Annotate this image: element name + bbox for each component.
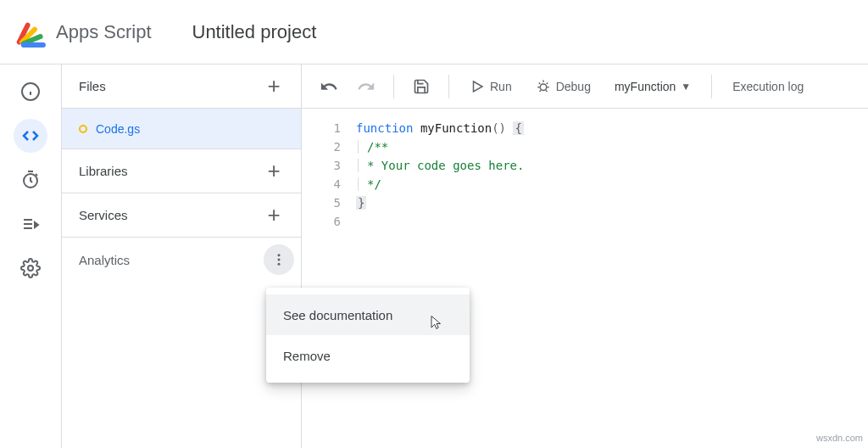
toolbar: Run Debug myFunction ▼ Execution log bbox=[302, 64, 868, 109]
services-label: Services bbox=[79, 208, 128, 222]
more-options-button[interactable] bbox=[264, 244, 294, 275]
debug-button[interactable]: Debug bbox=[527, 71, 599, 102]
execution-log-button[interactable]: Execution log bbox=[724, 71, 812, 102]
body: Files + Code.gs Libraries + Services + A… bbox=[0, 64, 868, 448]
svg-marker-7 bbox=[35, 222, 38, 227]
code-line bbox=[356, 212, 868, 231]
save-button[interactable] bbox=[406, 71, 437, 102]
undo-button[interactable] bbox=[314, 71, 344, 102]
code-lines: function myFunction() { /** * Your code … bbox=[356, 119, 868, 448]
settings-icon[interactable] bbox=[14, 251, 47, 285]
play-icon bbox=[470, 79, 485, 94]
editor-area: Run Debug myFunction ▼ Execution log 1 2… bbox=[302, 64, 868, 448]
function-selector[interactable]: myFunction ▼ bbox=[606, 80, 699, 93]
line-num: 1 bbox=[302, 119, 341, 137]
apps-script-logo bbox=[14, 15, 47, 49]
see-documentation-item[interactable]: See documentation bbox=[266, 294, 470, 335]
debug-icon bbox=[536, 79, 551, 94]
run-label: Run bbox=[490, 80, 512, 93]
file-name: Code.gs bbox=[96, 122, 140, 136]
code-line: */ bbox=[356, 175, 868, 193]
cursor-icon bbox=[429, 315, 444, 330]
header: Apps Script Untitled project bbox=[0, 0, 868, 64]
context-menu: See documentation Remove bbox=[266, 288, 470, 383]
sidebar: Files + Code.gs Libraries + Services + A… bbox=[61, 64, 302, 448]
line-num: 3 bbox=[302, 156, 341, 175]
dropdown-caret-icon: ▼ bbox=[681, 81, 691, 92]
code-line: /** bbox=[356, 137, 868, 156]
line-num: 5 bbox=[302, 193, 341, 212]
line-num: 6 bbox=[302, 212, 341, 231]
service-name: Analytics bbox=[79, 253, 130, 267]
code-line: function myFunction() { bbox=[356, 119, 868, 137]
execution-log-label: Execution log bbox=[732, 80, 804, 93]
services-section: Services + bbox=[62, 193, 301, 238]
libraries-section: Libraries + bbox=[62, 149, 301, 193]
file-item[interactable]: Code.gs bbox=[62, 109, 301, 149]
toolbar-separator bbox=[393, 75, 394, 98]
file-status-dot-icon bbox=[79, 125, 87, 133]
watermark: wsxdn.com bbox=[816, 433, 863, 443]
toolbar-separator bbox=[448, 75, 449, 98]
triggers-icon[interactable] bbox=[14, 163, 47, 197]
code-line: } bbox=[356, 193, 868, 212]
left-rail bbox=[0, 64, 61, 448]
add-file-button[interactable]: + bbox=[259, 71, 289, 102]
line-num: 2 bbox=[302, 137, 341, 156]
app-name: Apps Script bbox=[56, 21, 152, 43]
function-name: myFunction bbox=[615, 80, 676, 93]
line-num: 4 bbox=[302, 175, 341, 193]
add-library-button[interactable]: + bbox=[259, 156, 289, 187]
info-icon[interactable] bbox=[14, 75, 47, 109]
line-gutter: 1 2 3 4 5 6 bbox=[302, 119, 356, 448]
more-vert-icon bbox=[271, 252, 287, 267]
svg-marker-12 bbox=[474, 81, 483, 92]
svg-point-8 bbox=[28, 266, 33, 271]
service-item: Analytics bbox=[62, 238, 301, 282]
executions-icon[interactable] bbox=[14, 207, 47, 241]
svg-point-10 bbox=[278, 259, 281, 261]
debug-label: Debug bbox=[556, 80, 591, 93]
editor-icon[interactable] bbox=[14, 119, 47, 153]
redo-button[interactable] bbox=[351, 71, 381, 102]
files-section: Files + bbox=[62, 64, 301, 109]
code-line: * Your code goes here. bbox=[356, 156, 868, 175]
remove-item[interactable]: Remove bbox=[266, 335, 470, 376]
code-editor[interactable]: 1 2 3 4 5 6 function myFunction() { /** … bbox=[302, 109, 868, 448]
project-title[interactable]: Untitled project bbox=[192, 21, 317, 43]
files-label: Files bbox=[79, 79, 106, 93]
add-service-button[interactable]: + bbox=[259, 200, 289, 231]
run-button[interactable]: Run bbox=[461, 71, 520, 102]
toolbar-separator bbox=[711, 75, 712, 98]
svg-point-13 bbox=[540, 84, 547, 91]
svg-point-11 bbox=[278, 263, 281, 266]
svg-point-9 bbox=[278, 254, 281, 256]
libraries-label: Libraries bbox=[79, 164, 128, 178]
